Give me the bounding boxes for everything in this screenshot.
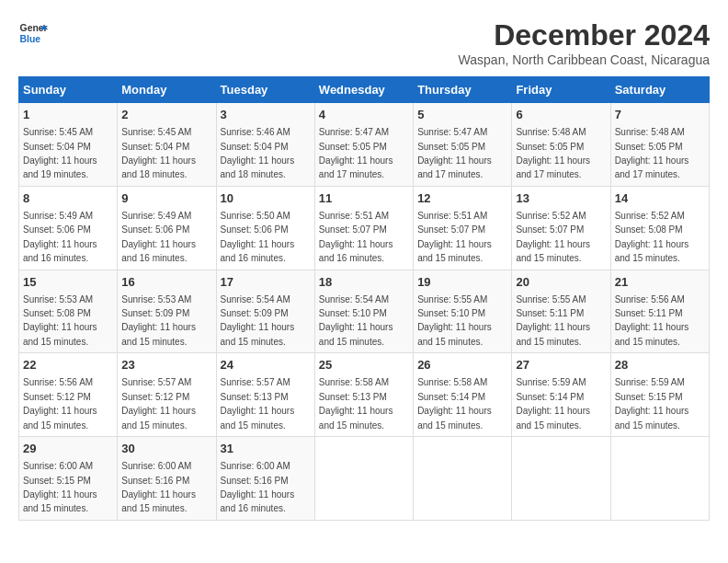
sunrise: Sunrise: 5:51 AM [319, 211, 389, 221]
daylight: Daylight: 11 hours and 15 minutes. [23, 489, 97, 513]
logo-icon: General Blue [18, 18, 48, 48]
daylight: Daylight: 11 hours and 15 minutes. [121, 322, 196, 346]
calendar-day-cell: 26Sunrise: 5:58 AMSunset: 5:14 PMDayligh… [414, 353, 512, 437]
main-title: December 2024 [459, 18, 710, 52]
sunset: Sunset: 5:05 PM [516, 142, 584, 152]
sunrise: Sunrise: 5:56 AM [23, 377, 93, 387]
calendar-day-cell: 29Sunrise: 6:00 AMSunset: 5:15 PMDayligh… [19, 437, 118, 521]
daylight: Daylight: 11 hours and 16 minutes. [221, 239, 295, 263]
daylight: Daylight: 11 hours and 15 minutes. [121, 406, 196, 430]
sunrise: Sunrise: 5:52 AM [615, 211, 685, 221]
sunset: Sunset: 5:14 PM [417, 392, 485, 402]
day-number: 5 [417, 107, 507, 123]
sunrise: Sunrise: 5:51 AM [417, 211, 487, 221]
calendar-day-cell: 3Sunrise: 5:46 AMSunset: 5:04 PMDaylight… [216, 103, 314, 187]
daylight: Daylight: 11 hours and 15 minutes. [121, 489, 196, 513]
day-number: 23 [121, 357, 211, 373]
subtitle: Waspan, North Caribbean Coast, Nicaragua [459, 52, 710, 67]
sunset: Sunset: 5:08 PM [615, 224, 683, 235]
sunset: Sunset: 5:06 PM [221, 224, 289, 235]
daylight: Daylight: 11 hours and 15 minutes. [23, 406, 97, 430]
day-number: 21 [615, 274, 705, 291]
daylight: Daylight: 11 hours and 16 minutes. [121, 239, 196, 263]
day-number: 15 [23, 274, 113, 291]
sunset: Sunset: 5:04 PM [23, 142, 91, 152]
day-number: 13 [516, 190, 606, 207]
calendar-header-row: SundayMondayTuesdayWednesdayThursdayFrid… [19, 77, 710, 103]
sunset: Sunset: 5:14 PM [516, 392, 584, 402]
day-number: 26 [417, 357, 507, 373]
daylight: Daylight: 11 hours and 17 minutes. [319, 155, 393, 179]
calendar-day-cell: 20Sunrise: 5:55 AMSunset: 5:11 PMDayligh… [512, 270, 610, 353]
sunset: Sunset: 5:15 PM [23, 476, 91, 486]
calendar-day-cell: 17Sunrise: 5:54 AMSunset: 5:09 PMDayligh… [216, 270, 314, 353]
sunrise: Sunrise: 5:45 AM [23, 127, 93, 137]
calendar-table: SundayMondayTuesdayWednesdayThursdayFrid… [18, 76, 710, 521]
calendar-day-cell: 23Sunrise: 5:57 AMSunset: 5:12 PMDayligh… [118, 353, 216, 437]
calendar-week-row: 1Sunrise: 5:45 AMSunset: 5:04 PMDaylight… [19, 103, 710, 187]
daylight: Daylight: 11 hours and 15 minutes. [516, 406, 590, 430]
sunset: Sunset: 5:10 PM [319, 308, 387, 318]
sunset: Sunset: 5:08 PM [23, 308, 91, 318]
daylight: Daylight: 11 hours and 18 minutes. [121, 155, 196, 179]
sunset: Sunset: 5:15 PM [615, 392, 683, 402]
day-of-week-header: Monday [118, 77, 216, 103]
day-number: 12 [417, 190, 507, 207]
sunset: Sunset: 5:10 PM [417, 308, 485, 318]
sunrise: Sunrise: 5:45 AM [121, 127, 191, 137]
day-number: 2 [121, 107, 211, 123]
daylight: Daylight: 11 hours and 17 minutes. [417, 155, 492, 179]
day-number: 18 [319, 274, 409, 291]
calendar-day-cell: 16Sunrise: 5:53 AMSunset: 5:09 PMDayligh… [118, 270, 216, 353]
calendar-day-cell: 19Sunrise: 5:55 AMSunset: 5:10 PMDayligh… [414, 270, 512, 353]
sunset: Sunset: 5:11 PM [615, 308, 683, 318]
day-number: 6 [516, 107, 606, 123]
sunrise: Sunrise: 5:53 AM [121, 294, 191, 304]
sunset: Sunset: 5:06 PM [121, 224, 189, 235]
sunset: Sunset: 5:13 PM [319, 392, 387, 402]
sunrise: Sunrise: 5:54 AM [319, 294, 389, 304]
calendar-day-cell: 9Sunrise: 5:49 AMSunset: 5:06 PMDaylight… [118, 186, 216, 270]
day-number: 25 [319, 357, 409, 373]
sunrise: Sunrise: 5:49 AM [121, 211, 191, 221]
day-number: 9 [121, 190, 211, 207]
day-number: 29 [23, 441, 113, 457]
day-number: 31 [221, 441, 311, 457]
calendar-day-cell: 6Sunrise: 5:48 AMSunset: 5:05 PMDaylight… [512, 103, 610, 187]
sunset: Sunset: 5:11 PM [516, 308, 584, 318]
sunset: Sunset: 5:16 PM [121, 476, 189, 486]
sunrise: Sunrise: 6:00 AM [121, 461, 191, 471]
sunrise: Sunrise: 5:59 AM [516, 377, 586, 387]
daylight: Daylight: 11 hours and 16 minutes. [221, 489, 295, 513]
calendar-day-cell: 31Sunrise: 6:00 AMSunset: 5:16 PMDayligh… [216, 437, 314, 521]
sunset: Sunset: 5:05 PM [319, 142, 387, 152]
sunset: Sunset: 5:04 PM [121, 142, 189, 152]
sunset: Sunset: 5:07 PM [516, 224, 584, 235]
day-number: 16 [121, 274, 211, 291]
daylight: Daylight: 11 hours and 17 minutes. [615, 155, 689, 179]
sunrise: Sunrise: 5:55 AM [516, 294, 586, 304]
sunrise: Sunrise: 6:00 AM [23, 461, 93, 471]
calendar-day-cell: 13Sunrise: 5:52 AMSunset: 5:07 PMDayligh… [512, 186, 610, 270]
sunrise: Sunrise: 5:53 AM [23, 294, 93, 304]
calendar-day-cell: 14Sunrise: 5:52 AMSunset: 5:08 PMDayligh… [610, 186, 709, 270]
day-number: 10 [221, 190, 311, 207]
day-number: 28 [615, 357, 705, 373]
sunset: Sunset: 5:12 PM [23, 392, 91, 402]
calendar-day-cell: 25Sunrise: 5:58 AMSunset: 5:13 PMDayligh… [314, 353, 413, 437]
sunrise: Sunrise: 5:47 AM [319, 127, 389, 137]
day-of-week-header: Tuesday [216, 77, 314, 103]
calendar-day-cell: 2Sunrise: 5:45 AMSunset: 5:04 PMDaylight… [118, 103, 216, 187]
sunrise: Sunrise: 5:57 AM [221, 377, 290, 387]
daylight: Daylight: 11 hours and 15 minutes. [417, 239, 492, 263]
daylight: Daylight: 11 hours and 15 minutes. [221, 322, 295, 346]
day-number: 19 [417, 274, 507, 291]
sunset: Sunset: 5:09 PM [221, 308, 289, 318]
sunrise: Sunrise: 5:56 AM [615, 294, 685, 304]
day-number: 3 [221, 107, 311, 123]
daylight: Daylight: 11 hours and 15 minutes. [615, 239, 689, 263]
day-number: 14 [615, 190, 705, 207]
sunrise: Sunrise: 5:54 AM [221, 294, 290, 304]
daylight: Daylight: 11 hours and 16 minutes. [23, 239, 97, 263]
day-number: 24 [221, 357, 311, 373]
